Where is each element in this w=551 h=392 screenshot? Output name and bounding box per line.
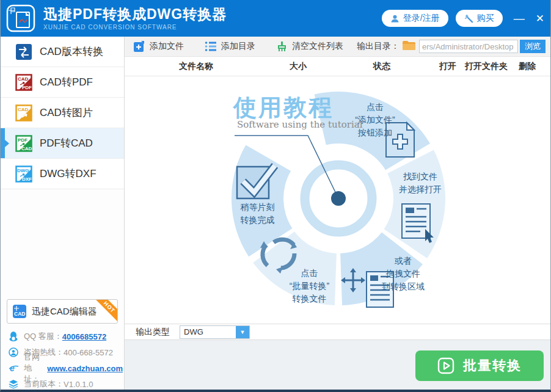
cad-editor-label: 迅捷CAD编辑器 <box>32 306 97 318</box>
column-open: 打开 <box>435 61 461 72</box>
magic-wand-icon <box>464 14 473 23</box>
sidebar-item-label: CAD转图片 <box>40 106 93 120</box>
folder-icon <box>402 40 415 53</box>
sidebar-item-label: DWG转DXF <box>40 167 97 181</box>
add-folder-label: 添加目录 <box>221 41 255 52</box>
login-button[interactable]: 登录/注册 <box>382 10 448 27</box>
user-icon <box>390 14 400 23</box>
list-icon <box>205 41 217 52</box>
toolbar: 添加文件 添加目录 清空文件列表 输出目录： <box>125 37 550 57</box>
browser-e-icon: e <box>8 363 19 374</box>
app-title: 迅捷PDF转换成DWG转换器 <box>43 6 374 22</box>
buy-button[interactable]: 购买 <box>456 10 503 27</box>
broom-icon <box>276 41 288 53</box>
minimize-button[interactable]: — <box>514 13 525 24</box>
qq-service-row: QQ 客服： 4006685572 <box>8 328 123 344</box>
sidebar-item-cad-to-pdf[interactable]: CAD PDF CAD转PDF <box>1 67 124 98</box>
step-batch-convert: 点击“批量转换”转换文件 <box>274 267 345 305</box>
cad-to-pdf-icon: CAD PDF <box>15 74 32 91</box>
file-table-header: 文件名称 大小 状态 打开 打开文件夹 删除 <box>125 57 550 76</box>
drop-zone-tutorial[interactable]: 使用教程 Software using the tutorial 点击“添加文件… <box>125 76 550 324</box>
output-type-label: 输出类型 <box>136 327 170 338</box>
step-add-files: 点击“添加文件”按钮添加 <box>341 101 409 139</box>
svg-text:PDF: PDF <box>22 84 32 90</box>
cad-version-icon <box>15 43 32 60</box>
step-drag-file: 或者拖拽文件到转换区域 <box>369 255 437 293</box>
add-file-label: 添加文件 <box>150 41 184 52</box>
svg-text:CAD: CAD <box>21 145 32 151</box>
hot-badge: HOT <box>93 299 118 323</box>
step-find-file: 找到文件并选择打开 <box>384 170 457 196</box>
sidebar-item-pdf-to-cad[interactable]: PDF CAD PDF转CAD <box>1 128 124 159</box>
output-type-row: 输出类型 DWG ▼ <box>125 324 550 340</box>
buy-label: 购买 <box>477 13 494 24</box>
contact-info: QQ 客服： 4006685572 咨询热线： 400-668-5572 e 官… <box>8 328 123 392</box>
login-label: 登录/注册 <box>403 13 440 24</box>
layers-icon <box>8 379 19 390</box>
sidebar-item-cad-version[interactable]: CAD版本转换 <box>1 37 124 67</box>
svg-text:CAD: CAD <box>18 107 29 112</box>
website-link[interactable]: www.cadzhuan.com <box>47 364 123 373</box>
svg-text:CAD: CAD <box>14 311 25 317</box>
sidebar-item-label: CAD转PDF <box>40 75 93 89</box>
sidebar-item-dwg-to-dxf[interactable]: DWG DXF DWG转DXF <box>1 159 124 189</box>
titlebar: 迅捷PDF转换成DWG转换器 XUNJIE CAD CONVERSION SOF… <box>1 0 550 37</box>
version-value: V1.0.1.0 <box>64 380 93 389</box>
sidebar-item-cad-to-image[interactable]: CAD CAD转图片 <box>1 98 124 128</box>
play-icon <box>437 357 454 374</box>
support-person-icon <box>8 347 19 358</box>
column-delete: 删除 <box>512 61 542 72</box>
cad-to-image-icon: CAD <box>15 104 32 122</box>
batch-convert-label: 批量转换 <box>463 357 522 375</box>
active-item-marker <box>1 128 5 158</box>
check-done-icon <box>237 165 275 198</box>
column-open-folder: 打开文件夹 <box>461 61 512 72</box>
close-button[interactable]: ✕ <box>536 13 544 24</box>
output-type-dropdown[interactable]: DWG ▼ <box>180 325 250 339</box>
svg-text:DWG: DWG <box>17 168 29 173</box>
add-folder-button[interactable]: 添加目录 <box>205 41 255 52</box>
info-label: 当前版本： <box>24 379 64 390</box>
output-path-input[interactable] <box>419 40 518 53</box>
hotline-number: 400-668-5572 <box>64 348 113 357</box>
output-dir-label: 输出目录： <box>357 41 400 52</box>
app-window: 迅捷PDF转换成DWG转换器 XUNJIE CAD CONVERSION SOF… <box>0 0 551 392</box>
svg-text:PDF: PDF <box>18 137 27 143</box>
pdf-to-cad-icon: PDF CAD <box>15 135 32 152</box>
column-size: 大小 <box>268 61 329 72</box>
add-file-icon <box>133 40 145 53</box>
sidebar: CAD版本转换 CAD PDF CAD转PDF CAD <box>1 37 125 390</box>
clear-list-label: 清空文件列表 <box>292 41 343 52</box>
sidebar-item-label: PDF转CAD <box>40 136 93 150</box>
batch-convert-button[interactable]: 批量转换 <box>415 350 544 381</box>
chevron-down-icon: ▼ <box>236 326 249 338</box>
column-status: 状态 <box>329 61 435 72</box>
bottom-bar: 批量转换 <box>125 340 550 390</box>
svg-text:DXF: DXF <box>22 176 32 181</box>
qq-icon <box>8 331 19 342</box>
info-label: QQ 客服： <box>24 331 62 342</box>
cad-editor-icon: CAD <box>12 304 27 319</box>
website-row: e 官网地址： www.cadzhuan.com <box>8 360 123 376</box>
output-type-value: DWG <box>180 327 236 336</box>
find-file-doc-icon <box>402 204 434 243</box>
clear-list-button[interactable]: 清空文件列表 <box>276 41 343 53</box>
app-logo-icon <box>5 4 36 32</box>
cad-editor-promo-button[interactable]: CAD 迅捷CAD编辑器 HOT <box>7 299 118 324</box>
version-row: 当前版本： V1.0.1.0 <box>8 376 123 392</box>
dwg-to-dxf-icon: DWG DXF <box>15 165 32 183</box>
column-filename: 文件名称 <box>125 61 268 72</box>
svg-text:CAD: CAD <box>18 76 29 82</box>
sidebar-item-label: CAD版本转换 <box>40 45 103 59</box>
add-file-button[interactable]: 添加文件 <box>133 40 184 53</box>
qq-number-link[interactable]: 4006685572 <box>62 332 106 341</box>
main-panel: 添加文件 添加目录 清空文件列表 输出目录： <box>125 37 550 390</box>
app-subtitle: XUNJIE CAD CONVERSION SOFTWARE <box>43 24 374 31</box>
step-conversion-done: 稍等片刻转换完成 <box>222 201 293 227</box>
browse-button[interactable]: 浏览 <box>520 40 546 53</box>
